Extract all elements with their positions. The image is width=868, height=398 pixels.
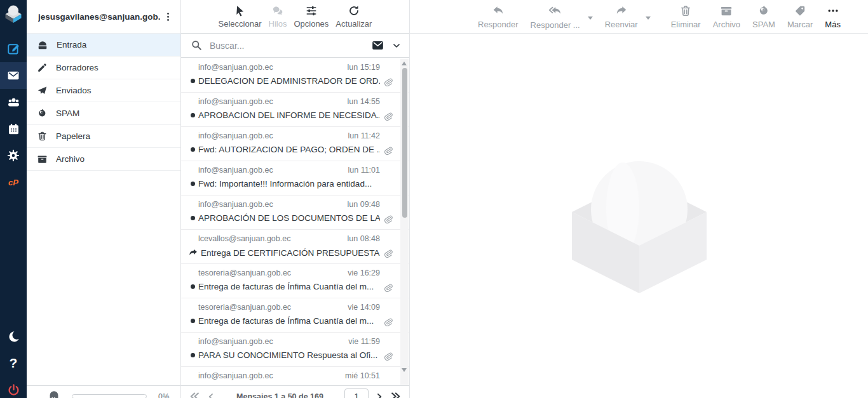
first-page-button[interactable] (189, 391, 200, 398)
refresh-label: Actualizar (336, 19, 372, 29)
message-row[interactable]: info@sanjuan.gob.ecmié 10:51 (181, 367, 409, 385)
message-subject: Fwd: Importante!!! Información para enti… (198, 179, 380, 189)
scroll-up-arrow[interactable] (402, 62, 407, 65)
message-row[interactable]: info@sanjuan.gob.eclun 11:01 Fwd: Import… (181, 161, 409, 196)
reply-all-icon (548, 4, 562, 18)
contacts-icon (6, 95, 21, 110)
message-sender: info@sanjuan.gob.ec (198, 166, 273, 175)
folder-label: Entrada (57, 40, 86, 50)
message-row[interactable]: info@sanjuan.gob.eclun 11:42 Fwd: AUTORI… (181, 127, 409, 161)
prev-page-button[interactable] (207, 392, 215, 398)
cpanel-logo[interactable]: cP (0, 169, 27, 196)
message-subject: Fwd: AUTORIZACION DE PAGO; ORDEN DE ... (198, 145, 380, 154)
roundcube-watermark (572, 156, 707, 293)
last-page-button[interactable] (390, 391, 401, 398)
account-header: jesusgavilanes@sanjuan.gob.... (27, 0, 180, 34)
message-row[interactable]: tesoreria@sanjuan.gob.ecvie 14:09 Entreg… (181, 298, 409, 333)
search-icon (191, 39, 203, 51)
search-input[interactable] (208, 40, 365, 51)
archive-icon (720, 4, 733, 17)
select-button[interactable]: Seleccionar (219, 4, 262, 29)
list-scrollbar[interactable] (400, 59, 409, 385)
account-email: jesusgavilanes@sanjuan.gob.... (38, 12, 160, 22)
quota-percent: 0% (158, 392, 169, 398)
folder-item-archive[interactable]: Archivo (27, 148, 180, 171)
dark-mode-toggle[interactable] (0, 323, 27, 350)
message-date: lun 14:55 (348, 97, 380, 106)
message-sender: tesoreria@sanjuan.gob.ec (198, 303, 291, 312)
delete-button[interactable]: Eliminar (671, 4, 701, 29)
folder-item-inbox[interactable]: Entrada (27, 34, 180, 56)
folder-label: Borradores (56, 63, 98, 72)
attachment-icon (383, 248, 393, 258)
compose-button[interactable] (0, 36, 27, 62)
logout-button[interactable] (0, 376, 27, 398)
next-page-button[interactable] (375, 392, 384, 398)
threads-button[interactable]: Hilos (269, 4, 287, 29)
forward-button[interactable]: Reenviar (605, 4, 638, 29)
reply-all-dropdown-caret[interactable] (588, 17, 593, 20)
forwarded-icon (188, 248, 198, 258)
nav-mail-button[interactable] (0, 62, 27, 89)
mark-label: Marcar (787, 20, 813, 29)
archive-icon (37, 154, 48, 164)
unread-dot (191, 113, 195, 117)
scrollbar-thumb[interactable] (402, 68, 407, 218)
message-row[interactable]: info@sanjuan.gob.eclun 15:19 DELEGACION … (181, 58, 409, 93)
nav-contacts-button[interactable] (0, 89, 27, 116)
reply-icon (492, 4, 505, 17)
forward-dropdown-caret[interactable] (646, 17, 651, 20)
message-sender: info@sanjuan.gob.ec (198, 97, 273, 106)
search-scope-button[interactable] (371, 39, 384, 52)
folder-item-drafts[interactable]: Borradores (27, 56, 180, 79)
more-button[interactable]: Más (825, 4, 841, 29)
message-date: vie 14:09 (348, 303, 380, 312)
folders-panel: jesusgavilanes@sanjuan.gob.... Entrada B… (27, 0, 181, 398)
scroll-down-arrow[interactable] (402, 368, 407, 372)
spam-button[interactable]: SPAM (752, 4, 775, 29)
folder-label: Papelera (56, 131, 90, 141)
folder-item-trash[interactable]: Papelera (27, 125, 180, 148)
message-list-panel: Seleccionar Hilos Opciones Actualizar (181, 0, 410, 398)
message-row[interactable]: tesoreria@sanjuan.gob.ecvie 16:29 Entreg… (181, 264, 409, 298)
ellipsis-icon (827, 4, 839, 17)
message-date: mié 10:51 (345, 371, 380, 380)
folder-item-spam[interactable]: SPAM (27, 102, 180, 125)
attachment-icon (383, 145, 393, 156)
message-row[interactable]: info@sanjuan.gob.eclun 14:55 APROBACION … (181, 93, 409, 127)
folder-label: Archivo (56, 154, 85, 164)
archive-button[interactable]: Archivo (713, 4, 740, 29)
mark-button[interactable]: Marcar (787, 4, 813, 29)
refresh-icon (348, 4, 360, 17)
attachment-icon (383, 111, 393, 121)
folder-item-sent[interactable]: Enviados (27, 79, 180, 102)
message-subject: APROBACIÓN DE LOS DOCUMENTOS DE LA... (198, 213, 380, 223)
message-row[interactable]: lcevallos@sanjuan.gob.eclun 08:48 Entreg… (181, 230, 409, 264)
account-menu-button[interactable] (160, 9, 175, 24)
reply-all-label: Responder ... (531, 20, 580, 30)
nav-calendar-button[interactable] (0, 116, 27, 142)
nav-settings-button[interactable] (0, 142, 27, 169)
attachment-icon (383, 317, 393, 327)
options-button[interactable]: Opciones (294, 4, 329, 29)
message-row[interactable]: info@sanjuan.gob.ecvie 11:59 PARA SU CON… (181, 333, 409, 367)
mail-icon (6, 69, 20, 83)
sliders-icon (305, 4, 318, 17)
page-number-input[interactable] (344, 388, 369, 398)
double-chevron-left-icon (189, 391, 200, 398)
options-label: Opciones (294, 19, 329, 29)
help-button[interactable]: ? (0, 350, 27, 376)
moon-icon (7, 330, 20, 343)
inbox-icon (37, 39, 48, 51)
refresh-button[interactable]: Actualizar (336, 4, 372, 29)
unread-dot (191, 79, 195, 83)
message-row[interactable]: info@sanjuan.gob.eclun 09:48 APROBACIÓN … (181, 196, 409, 230)
reply-button[interactable]: Responder (478, 4, 519, 29)
pencil-icon (37, 62, 48, 73)
task-sidebar: cP ? (0, 0, 27, 398)
message-sender: info@sanjuan.gob.ec (198, 63, 273, 72)
trash-icon (679, 4, 692, 17)
unread-dot (191, 353, 195, 357)
reply-all-button[interactable]: Responder ... (531, 4, 580, 30)
search-options-button[interactable] (391, 41, 402, 51)
